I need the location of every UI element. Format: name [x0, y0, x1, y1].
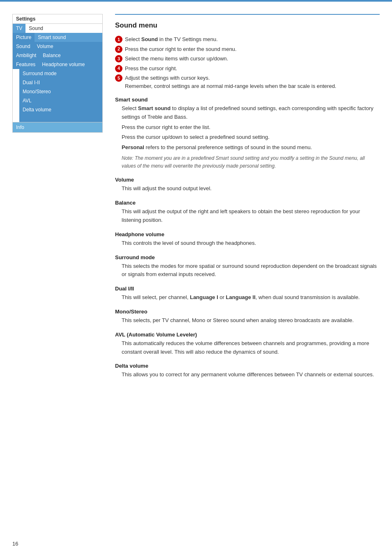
sidebar-right-avl[interactable]: AVL	[19, 96, 102, 105]
sidebar-right-balance[interactable]: Balance	[39, 51, 102, 60]
steps-list: 1 Select Sound in the TV Settings menu. …	[115, 35, 380, 90]
section-dual: Dual I/II This will select, per channel,…	[115, 286, 380, 302]
section-body-headphone-volume: This controls the level of sound through…	[122, 239, 380, 248]
menu-row-sound: Sound Volume	[13, 42, 102, 51]
section-body-volume: This will adjust the sound output level.	[122, 184, 380, 193]
menu-row-ambilight: Ambilight Balance	[13, 51, 102, 60]
section-body-delta-volume: This allows you to correct for any perma…	[122, 371, 380, 379]
sidebar-right-surround[interactable]: Surround mode	[19, 69, 102, 78]
section-balance: Balance This will adjust the output of t…	[115, 200, 380, 225]
menu-row-avl: AVL	[13, 96, 102, 105]
menu-row-delta: Delta volume	[13, 105, 102, 114]
sidebar-left-empty-1	[13, 69, 19, 78]
sidebar-right-sound: Sound	[25, 24, 102, 33]
menu-row-tv: TV Sound	[13, 24, 102, 33]
sidebar-left-empty-2	[13, 78, 19, 87]
sidebar-right-smart-sound[interactable]: Smart sound	[35, 33, 102, 42]
section-title-surround-mode: Surround mode	[115, 254, 380, 260]
sidebar-left-empty-3	[13, 87, 19, 96]
section-volume: Volume This will adjust the sound output…	[115, 177, 380, 193]
sidebar-right-dual[interactable]: Dual I-II	[19, 78, 102, 87]
section-body-dual: This will select, per channel, Language …	[122, 293, 380, 302]
section-headphone-volume: Headphone volume This controls the level…	[115, 231, 380, 248]
step-text-2: Press the cursor right to enter the soun…	[125, 45, 237, 53]
page-number: 16	[12, 541, 18, 547]
section-body-surround-mode: This selects the modes for more spatial …	[122, 262, 380, 279]
sidebar-item-info[interactable]: Info	[13, 122, 102, 132]
section-title-delta-volume: Delta volume	[115, 363, 380, 369]
step-num-3: 3	[115, 55, 122, 62]
step-num-4: 4	[115, 65, 122, 72]
main-content: Sound menu 1 Select Sound in the TV Sett…	[115, 10, 380, 382]
sidebar-item-tv[interactable]: TV	[13, 24, 25, 33]
sidebar-right-dots: ............	[19, 114, 102, 122]
section-title-headphone-volume: Headphone volume	[115, 231, 380, 237]
section-delta-volume: Delta volume This allows you to correct …	[115, 363, 380, 379]
top-divider	[115, 14, 380, 15]
step-1: 1 Select Sound in the TV Settings menu.	[115, 35, 380, 44]
section-avl: AVL (Automatic Volume Leveler) This auto…	[115, 332, 380, 357]
section-body-avl: This automatically reduces the volume di…	[122, 339, 380, 357]
step-5: 5 Adjust the settings with cursor keys. …	[115, 74, 380, 90]
step-text-3: Select the menu items with cursor up/dow…	[125, 55, 228, 63]
settings-header: Settings	[13, 14, 102, 24]
step-text-5: Adjust the settings with cursor keys. Re…	[125, 74, 336, 90]
sidebar-left-empty-4	[13, 96, 19, 105]
step-text-1: Select Sound in the TV Settings menu.	[125, 35, 218, 44]
step-4: 4 Press the cursor right.	[115, 64, 380, 73]
menu-row-features: Features Headphone volume	[13, 60, 102, 69]
menu-row-surround: Surround mode	[13, 69, 102, 78]
sidebar: Settings TV Sound Picture Smart sound So…	[12, 14, 103, 382]
page-title: Sound menu	[115, 21, 380, 30]
sidebar-item-ambilight[interactable]: Ambilight	[13, 51, 39, 60]
section-title-volume: Volume	[115, 177, 380, 183]
section-body-smart-sound: Select Smart sound to display a list of …	[122, 104, 380, 170]
section-mono-stereo: Mono/Stereo This selects, per TV channel…	[115, 309, 380, 325]
info-label: Info	[16, 124, 24, 130]
section-title-mono-stereo: Mono/Stereo	[115, 309, 380, 315]
section-title-avl: AVL (Automatic Volume Leveler)	[115, 332, 380, 338]
sidebar-left-empty-5	[13, 105, 19, 114]
sidebar-right-volume[interactable]: Volume	[34, 42, 102, 51]
sidebar-right-headphone[interactable]: Headphone volume	[39, 60, 102, 69]
step-num-1: 1	[115, 36, 122, 43]
section-title-smart-sound: Smart sound	[115, 97, 380, 103]
sidebar-right-delta[interactable]: Delta volume	[19, 105, 102, 114]
step-2: 2 Press the cursor right to enter the so…	[115, 45, 380, 53]
step-3: 3 Select the menu items with cursor up/d…	[115, 55, 380, 63]
section-title-balance: Balance	[115, 200, 380, 206]
section-surround-mode: Surround mode This selects the modes for…	[115, 254, 380, 279]
step-text-4: Press the cursor right.	[125, 64, 177, 73]
sidebar-right-mono[interactable]: Mono/Stereo	[19, 87, 102, 96]
section-body-balance: This will adjust the output of the right…	[122, 207, 380, 225]
section-title-dual: Dual I/II	[115, 286, 380, 292]
menu-row-picture: Picture Smart sound	[13, 33, 102, 42]
section-smart-sound: Smart sound Select Smart sound to displa…	[115, 97, 380, 170]
menu-row-dots: ............	[13, 114, 102, 122]
sidebar-left-empty-6	[13, 114, 19, 122]
step-num-5: 5	[115, 74, 122, 82]
section-body-mono-stereo: This selects, per TV channel, Mono or St…	[122, 316, 380, 325]
step-num-2: 2	[115, 46, 122, 53]
sidebar-item-picture[interactable]: Picture	[13, 33, 35, 42]
sidebar-item-sound[interactable]: Sound	[13, 42, 34, 51]
settings-box: Settings TV Sound Picture Smart sound So…	[12, 14, 103, 133]
sidebar-item-features[interactable]: Features	[13, 60, 39, 69]
menu-row-dual: Dual I-II	[13, 78, 102, 87]
menu-row-mono: Mono/Stereo	[13, 87, 102, 96]
info-row: Info	[13, 122, 102, 132]
